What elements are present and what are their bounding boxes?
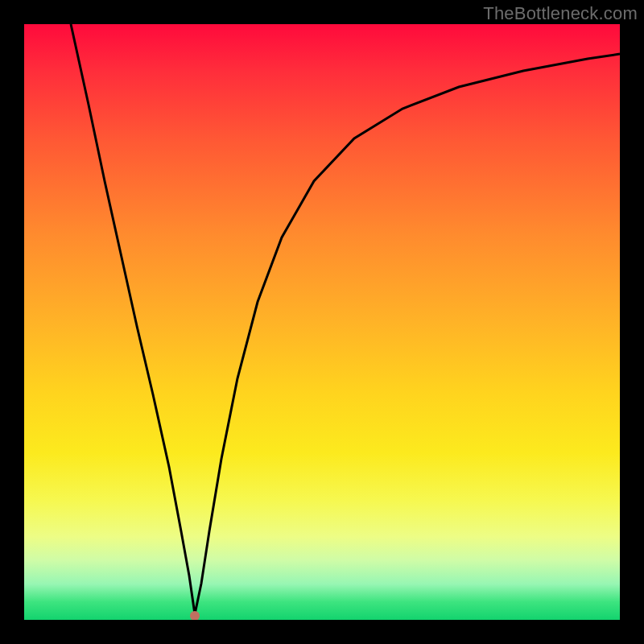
watermark-text: TheBottleneck.com	[483, 3, 638, 24]
min-point-dot	[190, 611, 200, 620]
chart-stage: TheBottleneck.com	[0, 0, 644, 644]
bottleneck-curve	[71, 24, 620, 614]
plot-area	[24, 24, 620, 620]
curve-svg	[24, 24, 620, 620]
